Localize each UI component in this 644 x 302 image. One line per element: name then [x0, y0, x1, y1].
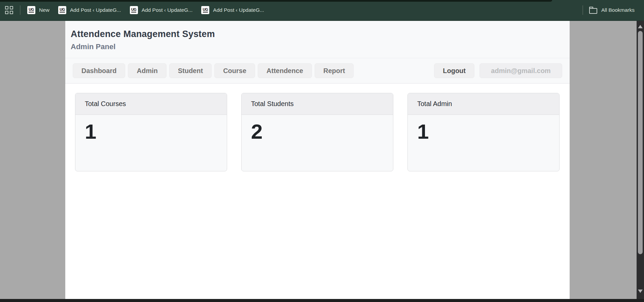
window-top-edge [0, 0, 552, 2]
bookmark-item-add-post-1[interactable]: UG Add Post ‹ UpdateG... [58, 6, 121, 14]
bookmarks-bar: UG New UG Add Post ‹ UpdateG... UG Add P… [0, 0, 644, 21]
card-title: Total Admin [408, 93, 559, 115]
card-title: Total Courses [75, 93, 227, 115]
bookmarks-divider [582, 5, 583, 15]
ug-favicon-icon: UG [201, 6, 209, 14]
all-bookmarks-button[interactable]: All Bookmarks [576, 5, 644, 15]
card-title: Total Students [242, 93, 393, 115]
apps-grid-square [10, 11, 13, 14]
nav-button-report[interactable]: Report [315, 63, 354, 78]
apps-grid-square [5, 6, 8, 9]
page-title: Attendence Management System [71, 29, 564, 39]
stat-cards-row: Total Courses 1 Total Students 2 Total A… [75, 93, 560, 171]
folder-icon [589, 8, 597, 14]
nav-button-admin[interactable]: Admin [128, 63, 166, 78]
page-content: Attendence Management System Admin Panel… [65, 21, 570, 299]
favicon-text: UG [29, 8, 34, 12]
bookmarks-divider [20, 5, 21, 15]
nav-button-attendence[interactable]: Attendence [258, 63, 312, 78]
card-value: 1 [75, 115, 227, 171]
apps-grid-icon[interactable] [5, 6, 13, 14]
apps-grid-square [10, 6, 13, 9]
bookmark-item-add-post-3[interactable]: UG Add Post ‹ UpdateG... [201, 6, 264, 14]
all-bookmarks-label: All Bookmarks [601, 7, 635, 13]
window-bottom-edge [0, 299, 644, 302]
user-email-badge[interactable]: admin@gmail.com [479, 63, 562, 78]
scroll-up-icon[interactable] [638, 25, 643, 28]
bookmark-item-new[interactable]: UG New [27, 6, 49, 14]
bookmark-label: Add Post ‹ UpdateG... [70, 7, 121, 13]
card-value: 1 [408, 115, 559, 171]
screen: UG New UG Add Post ‹ UpdateG... UG Add P… [0, 0, 644, 302]
favicon-text: UG [60, 8, 65, 12]
bookmark-label: Add Post ‹ UpdateG... [142, 7, 193, 13]
scroll-down-icon[interactable] [638, 290, 643, 293]
favicon-text: UG [131, 8, 137, 12]
nav-bar: Dashboard Admin Student Course Attendenc… [65, 58, 570, 83]
card-value: 2 [242, 115, 393, 171]
card-total-students: Total Students 2 [241, 93, 393, 171]
page-subtitle: Admin Panel [71, 42, 564, 51]
card-total-courses: Total Courses 1 [75, 93, 227, 171]
dashboard-main: Total Courses 1 Total Students 2 Total A… [65, 83, 570, 299]
ug-favicon-icon: UG [130, 6, 138, 14]
favicon-text: UG [203, 8, 208, 12]
ug-favicon-icon: UG [27, 6, 35, 14]
bookmark-item-add-post-2[interactable]: UG Add Post ‹ UpdateG... [130, 6, 193, 14]
bookmark-label: Add Post ‹ UpdateG... [213, 7, 264, 13]
nav-button-dashboard[interactable]: Dashboard [73, 63, 125, 78]
page-background-left [0, 21, 65, 299]
bookmark-label: New [39, 7, 49, 13]
title-block: Attendence Management System Admin Panel [65, 21, 570, 58]
apps-grid-square [5, 11, 8, 14]
scrollbar-thumb[interactable] [638, 31, 643, 254]
vertical-scrollbar[interactable] [637, 21, 644, 299]
ug-favicon-icon: UG [58, 6, 66, 14]
nav-button-student[interactable]: Student [169, 63, 212, 78]
card-total-admin: Total Admin 1 [407, 93, 560, 171]
logout-button[interactable]: Logout [434, 63, 474, 78]
nav-button-course[interactable]: Course [214, 63, 255, 78]
page-background-right [570, 21, 637, 299]
page-header: Attendence Management System Admin Panel… [65, 21, 570, 83]
